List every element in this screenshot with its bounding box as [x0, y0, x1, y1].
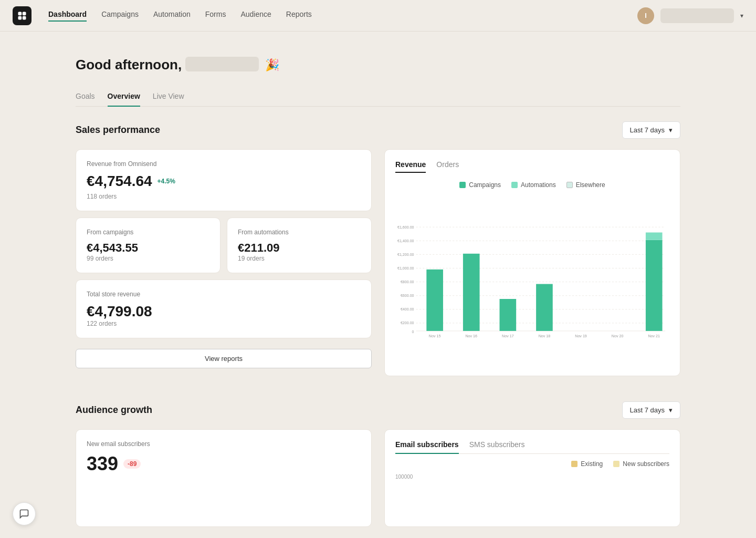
tab-overview[interactable]: Overview	[108, 92, 140, 107]
nav-right: I ▾	[637, 7, 743, 24]
tab-goals[interactable]: Goals	[76, 92, 95, 107]
main-content: Good afternoon, 🎉 Goals Overview Live Vi…	[63, 32, 693, 538]
legend-new-subscribers: New subscribers	[613, 460, 669, 468]
audience-title: Audience growth	[76, 405, 152, 416]
svg-rect-0	[18, 12, 22, 15]
svg-text:Nov 21: Nov 21	[648, 334, 660, 338]
svg-text:€1,000.00: €1,000.00	[397, 266, 414, 271]
campaigns-automations-row: From campaigns €4,543.55 99 orders From …	[76, 218, 372, 273]
sales-grid: Revenue from Omnisend €4,754.64 +4.5% 11…	[76, 149, 680, 376]
campaigns-card: From campaigns €4,543.55 99 orders	[76, 218, 220, 273]
page-tabs: Goals Overview Live View	[76, 92, 680, 107]
subscribers-badge: -89	[123, 459, 141, 469]
audience-chevron-icon: ▾	[669, 406, 673, 414]
revenue-orders: 118 orders	[87, 193, 361, 200]
bar-nov17	[500, 299, 517, 331]
svg-text:Nov 15: Nov 15	[429, 334, 441, 338]
automations-card: From automations €211.09 19 orders	[227, 218, 372, 273]
sales-cards: Revenue from Omnisend €4,754.64 +4.5% 11…	[76, 149, 372, 376]
svg-rect-2	[18, 16, 22, 19]
avatar[interactable]: I	[637, 7, 654, 24]
new-subscribers-card: New email subscribers 339 -89	[76, 429, 372, 527]
total-revenue-orders: 122 orders	[87, 320, 361, 327]
svg-rect-3	[23, 16, 26, 19]
bar-chart: €1,600.00 €1,400.00 €1,200.00 €1,000.00 …	[395, 197, 669, 365]
nav-automation[interactable]: Automation	[153, 10, 191, 22]
legend-automations-dot	[511, 182, 518, 188]
logo[interactable]	[13, 6, 32, 25]
bar-nov16	[463, 254, 480, 331]
legend-existing: Existing	[571, 460, 603, 468]
revenue-omnisend-label: Revenue from Omnisend	[87, 160, 361, 168]
automations-label: From automations	[238, 229, 361, 236]
tab-sms-subscribers[interactable]: SMS subscribers	[469, 440, 525, 454]
chart-legend: Campaigns Automations Elsewhere	[395, 181, 669, 189]
audience-value-row: 339 -89	[87, 453, 361, 475]
audience-chart-body: 100000	[395, 474, 669, 516]
svg-text:Nov 16: Nov 16	[465, 334, 477, 338]
bar-chart-svg: €1,600.00 €1,400.00 €1,200.00 €1,000.00 …	[395, 197, 669, 365]
audience-header: Audience growth Last 7 days ▾	[76, 401, 680, 419]
legend-new-dot	[613, 461, 620, 467]
audience-period-dropdown[interactable]: Last 7 days ▾	[622, 401, 681, 419]
chart-tab-orders[interactable]: Orders	[436, 160, 459, 173]
sales-title: Sales performance	[76, 125, 160, 136]
nav-reports[interactable]: Reports	[286, 10, 312, 22]
svg-text:Nov 19: Nov 19	[575, 334, 587, 338]
subscribers-value: 339	[87, 453, 118, 475]
svg-text:€400.00: €400.00	[401, 307, 414, 312]
automations-orders: 19 orders	[238, 255, 361, 262]
legend-existing-dot	[571, 461, 578, 467]
tab-live-view[interactable]: Live View	[153, 92, 184, 107]
greeting: Good afternoon, 🎉	[76, 57, 680, 73]
svg-text:€1,400.00: €1,400.00	[397, 239, 414, 243]
nav-audience[interactable]: Audience	[240, 10, 271, 22]
bar-nov18	[536, 284, 553, 331]
tab-email-subscribers[interactable]: Email subscribers	[395, 440, 459, 454]
chat-icon	[19, 509, 29, 519]
audience-chart-area: Email subscribers SMS subscribers Existi…	[384, 429, 680, 527]
revenue-value: €4,754.64	[87, 173, 152, 190]
total-revenue-label: Total store revenue	[87, 291, 361, 298]
sales-header: Sales performance Last 7 days ▾	[76, 121, 680, 139]
chevron-down-icon: ▾	[669, 126, 673, 134]
nav-campaigns[interactable]: Campaigns	[101, 10, 139, 22]
greeting-emoji: 🎉	[265, 58, 279, 72]
nav-links: Dashboard Campaigns Automation Forms Aud…	[48, 10, 637, 22]
nav-forms[interactable]: Forms	[205, 10, 226, 22]
navbar: Dashboard Campaigns Automation Forms Aud…	[0, 0, 756, 32]
campaigns-label: From campaigns	[87, 229, 209, 236]
audience-legend: Existing New subscribers	[395, 460, 669, 468]
svg-text:0: 0	[412, 330, 414, 334]
legend-campaigns: Campaigns	[459, 181, 501, 189]
svg-text:€200.00: €200.00	[401, 321, 414, 325]
revenue-omnisend-card: Revenue from Omnisend €4,754.64 +4.5% 11…	[76, 149, 372, 211]
chart-tab-revenue[interactable]: Revenue	[395, 160, 426, 173]
sales-period-dropdown[interactable]: Last 7 days ▾	[622, 121, 681, 139]
svg-text:Nov 20: Nov 20	[612, 334, 624, 338]
chart-tabs: Revenue Orders	[395, 160, 669, 173]
nav-chevron-icon[interactable]: ▾	[740, 12, 743, 19]
svg-text:Nov 18: Nov 18	[539, 334, 551, 338]
svg-text:Nov 17: Nov 17	[502, 334, 514, 338]
greeting-text: Good afternoon,	[76, 57, 259, 73]
user-name-placeholder	[185, 57, 259, 71]
legend-elsewhere: Elsewhere	[566, 181, 605, 189]
svg-text:€600.00: €600.00	[401, 294, 414, 298]
campaigns-value: €4,543.55	[87, 241, 209, 255]
svg-text:€1,600.00: €1,600.00	[397, 225, 414, 230]
legend-elsewhere-dot	[566, 182, 573, 188]
chat-button[interactable]	[13, 502, 36, 525]
svg-rect-1	[23, 12, 26, 15]
new-subscribers-label: New email subscribers	[87, 440, 361, 448]
view-reports-button[interactable]: View reports	[76, 349, 372, 368]
revenue-value-row: €4,754.64 +4.5%	[87, 173, 361, 190]
bar-nov21-automations	[646, 232, 663, 240]
nav-dashboard[interactable]: Dashboard	[48, 10, 87, 22]
legend-campaigns-dot	[459, 182, 466, 188]
bar-nov15	[426, 270, 443, 331]
automations-value: €211.09	[238, 241, 361, 255]
svg-text:€800.00: €800.00	[401, 280, 414, 284]
svg-text:€1,200.00: €1,200.00	[397, 253, 414, 257]
total-revenue-card: Total store revenue €4,799.08 122 orders	[76, 280, 372, 338]
